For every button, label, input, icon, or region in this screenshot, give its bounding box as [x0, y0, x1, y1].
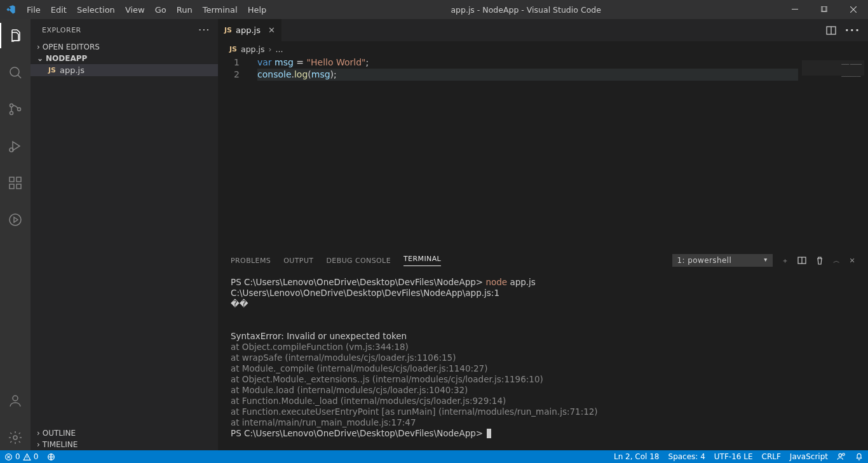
- settings-gear-icon[interactable]: [0, 425, 31, 450]
- maximize-button[interactable]: [810, 0, 839, 19]
- terminal-stack-line: at wrapSafe (internal/modules/cjs/loader…: [231, 352, 855, 363]
- code-line[interactable]: console.log(msg);: [257, 69, 868, 81]
- close-panel-icon[interactable]: ✕: [849, 257, 855, 265]
- line-number: 2: [218, 69, 240, 81]
- title-bar: File Edit Selection View Go Run Terminal…: [0, 0, 868, 19]
- file-tree-item[interactable]: JS app.js: [31, 64, 218, 76]
- notifications-icon[interactable]: [850, 452, 868, 461]
- menu-selection[interactable]: Selection: [72, 5, 120, 15]
- breadcrumb-file: app.js: [241, 44, 265, 54]
- terminal-selector[interactable]: 1: powershell: [672, 254, 773, 267]
- menu-help[interactable]: Help: [243, 5, 272, 15]
- source-control-icon[interactable]: [0, 97, 31, 122]
- svg-point-22: [839, 453, 842, 457]
- split-editor-icon[interactable]: [826, 25, 836, 36]
- menu-go[interactable]: Go: [150, 5, 172, 15]
- explorer-icon[interactable]: [0, 23, 31, 48]
- panel-tab-bar: PROBLEMS OUTPUT DEBUG CONSOLE TERMINAL 1…: [218, 250, 868, 271]
- project-root[interactable]: ⌄NODEAPP: [31, 53, 218, 64]
- svg-point-3: [10, 67, 19, 76]
- errors-warnings[interactable]: 0 0: [0, 452, 43, 461]
- cursor-position[interactable]: Ln 2, Col 18: [609, 452, 664, 461]
- svg-point-12: [10, 214, 21, 225]
- svg-rect-2: [822, 6, 827, 11]
- terminal-cursor: [487, 429, 491, 438]
- new-terminal-icon[interactable]: ＋: [782, 256, 789, 265]
- file-name: app.js: [60, 65, 85, 75]
- outline-label: OUTLINE: [43, 429, 76, 438]
- code-line[interactable]: var msg = "Hello World";: [257, 57, 868, 69]
- line-number: 1: [218, 57, 240, 69]
- menu-view[interactable]: View: [120, 5, 150, 15]
- terminal-error: SyntaxError: Invalid or unexpected token: [231, 331, 855, 342]
- minimap[interactable]: ━━━━ ━━━━━━━━━━━━━━━━: [798, 57, 868, 250]
- indentation[interactable]: Spaces: 4: [664, 452, 710, 461]
- live-server-icon[interactable]: [0, 207, 31, 232]
- menu-bar: File Edit Selection View Go Run Terminal…: [22, 5, 271, 15]
- js-file-icon: JS: [229, 45, 237, 53]
- terminal-stack-line: at Module.load (internal/modules/cjs/loa…: [231, 385, 855, 396]
- close-tab-icon[interactable]: ✕: [268, 25, 275, 35]
- close-window-button[interactable]: [839, 0, 868, 19]
- terminal-line: C:\Users\Lenovo\OneDrive\Desktop\DevFile…: [231, 288, 855, 299]
- breadcrumb-sep-icon: ›: [269, 44, 272, 54]
- panel-tab-problems[interactable]: PROBLEMS: [231, 257, 271, 265]
- svg-rect-8: [10, 177, 14, 182]
- editor-tab[interactable]: JS app.js ✕: [218, 19, 281, 41]
- open-editors-section[interactable]: ›OPEN EDITORS: [31, 41, 218, 53]
- terminal-stack-line: at Object.Module._extensions..js (intern…: [231, 374, 855, 385]
- vscode-logo-icon: [0, 4, 22, 15]
- terminal-prompt: PS C:\Users\Lenovo\OneDrive\Desktop\DevF…: [231, 428, 485, 438]
- split-terminal-icon[interactable]: [797, 256, 806, 265]
- kill-terminal-icon[interactable]: [815, 256, 824, 265]
- timeline-label: TIMELINE: [43, 440, 78, 449]
- terminal-arg: app.js: [507, 277, 536, 287]
- editor-group: JS app.js ✕ ··· JS app.js › ... 1 2 var …: [218, 19, 868, 450]
- bottom-panel: PROBLEMS OUTPUT DEBUG CONSOLE TERMINAL 1…: [218, 250, 868, 450]
- breadcrumb[interactable]: JS app.js › ...: [218, 41, 868, 57]
- terminal-command: node: [485, 277, 507, 287]
- minimap-viewport[interactable]: [802, 60, 864, 76]
- panel-tab-terminal[interactable]: TERMINAL: [403, 255, 441, 266]
- language-mode[interactable]: JavaScript: [785, 452, 832, 461]
- menu-run[interactable]: Run: [172, 5, 198, 15]
- svg-point-23: [843, 453, 845, 456]
- svg-rect-0: [792, 9, 798, 10]
- outline-section[interactable]: ›OUTLINE: [31, 427, 218, 439]
- minimize-button[interactable]: [780, 0, 810, 19]
- warning-count: 0: [34, 452, 39, 461]
- svg-rect-10: [17, 184, 21, 189]
- open-editors-label: OPEN EDITORS: [43, 43, 100, 51]
- run-debug-icon[interactable]: [0, 133, 31, 159]
- terminal-line: ��: [231, 299, 855, 309]
- menu-file[interactable]: File: [22, 5, 46, 15]
- editor-tabs: JS app.js ✕ ···: [218, 19, 868, 41]
- svg-point-5: [10, 112, 13, 115]
- feedback-icon[interactable]: [832, 452, 850, 461]
- terminal-prompt: PS C:\Users\Lenovo\OneDrive\Desktop\DevF…: [231, 277, 485, 287]
- search-icon[interactable]: [0, 60, 31, 85]
- timeline-section[interactable]: ›TIMELINE: [31, 439, 218, 450]
- live-server-status[interactable]: [43, 453, 60, 461]
- breadcrumb-rest: ...: [276, 44, 283, 54]
- encoding[interactable]: UTF-16 LE: [710, 452, 757, 461]
- menu-terminal[interactable]: Terminal: [198, 5, 243, 15]
- panel-tab-debug-console[interactable]: DEBUG CONSOLE: [326, 257, 391, 265]
- panel-tab-output[interactable]: OUTPUT: [283, 257, 313, 265]
- code-editor[interactable]: 1 2 var msg = "Hello World"; console.log…: [218, 57, 868, 250]
- window-title: app.js - NodeApp - Visual Studio Code: [271, 5, 780, 15]
- eol[interactable]: CRLF: [757, 452, 785, 461]
- js-file-icon: JS: [224, 26, 232, 34]
- extensions-icon[interactable]: [0, 170, 31, 196]
- accounts-icon[interactable]: [0, 388, 31, 413]
- explorer-title: EXPLORER: [42, 26, 81, 34]
- terminal-output[interactable]: PS C:\Users\Lenovo\OneDrive\Desktop\DevF…: [218, 271, 868, 450]
- menu-edit[interactable]: Edit: [46, 5, 72, 15]
- js-file-icon: JS: [48, 66, 56, 74]
- terminal-stack-line: at internal/main/run_main_module.js:17:4…: [231, 417, 855, 428]
- terminal-stack-line: at Function.Module._load (internal/modul…: [231, 396, 855, 406]
- svg-point-13: [13, 396, 18, 401]
- maximize-panel-icon[interactable]: ︿: [833, 256, 840, 265]
- explorer-more-icon[interactable]: ···: [198, 26, 210, 34]
- editor-more-icon[interactable]: ···: [845, 24, 860, 36]
